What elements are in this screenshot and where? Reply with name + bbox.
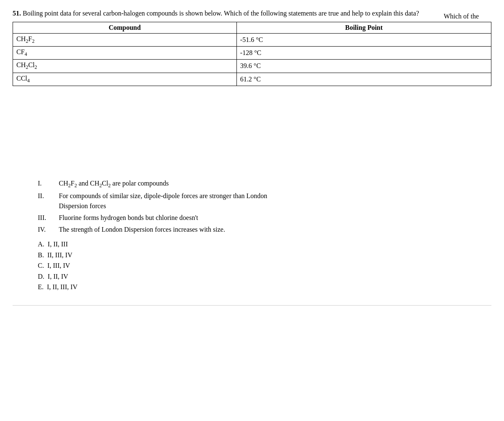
answer-section: I. CH2F2 and CH2Cl2 are polar compounds … — [13, 178, 491, 293]
boiling-point-cell: -51.6 °C — [236, 34, 491, 47]
list-item: IV. The strength of London Dispersion fo… — [38, 225, 491, 235]
choice-D: D. I, II, IV — [38, 271, 491, 282]
roman-numeral-II: II. — [38, 191, 59, 211]
roman-numeral-I: I. — [38, 178, 59, 189]
roman-numeral-IV: IV. — [38, 225, 59, 235]
table-row: CH2F2 -51.6 °C — [13, 34, 491, 47]
roman-list: I. CH2F2 and CH2Cl2 are polar compounds … — [38, 178, 491, 235]
list-item: II. For compounds of similar size, dipol… — [38, 191, 491, 211]
spacer — [13, 94, 491, 178]
column-header-boiling-point: Boiling Point — [236, 22, 491, 34]
boiling-point-cell: -128 °C — [236, 47, 491, 60]
boiling-point-cell: 61.2 °C — [236, 73, 491, 86]
boiling-point-table: Compound Boiling Point CH2F2 -51.6 °C CF… — [13, 22, 491, 86]
next-question-hint: Which of the — [444, 13, 479, 20]
section-divider — [13, 305, 491, 306]
choice-B: B. II, III, IV — [38, 250, 491, 261]
roman-text-IV: The strength of London Dispersion forces… — [59, 225, 491, 235]
roman-text-I: CH2F2 and CH2Cl2 are polar compounds — [59, 178, 491, 189]
compound-cell: CH2F2 — [13, 34, 237, 47]
table-row: CCl4 61.2 °C — [13, 73, 491, 86]
compound-cell: CH2Cl2 — [13, 60, 237, 73]
question-text: 51. Boiling point data for several carbo… — [13, 8, 491, 18]
choice-C: C. I, III, IV — [38, 260, 491, 271]
roman-text-II: For compounds of similar size, dipole-di… — [59, 191, 491, 211]
choice-A: A. I, II, III — [38, 239, 491, 250]
list-item: I. CH2F2 and CH2Cl2 are polar compounds — [38, 178, 491, 189]
compound-cell: CF4 — [13, 47, 237, 60]
table-row: CH2Cl2 39.6 °C — [13, 60, 491, 73]
roman-text-III: Fluorine forms hydrogen bonds but chlori… — [59, 213, 491, 223]
table-row: CF4 -128 °C — [13, 47, 491, 60]
boiling-point-cell: 39.6 °C — [236, 60, 491, 73]
compound-cell: CCl4 — [13, 73, 237, 86]
table-header-row: Compound Boiling Point — [13, 22, 491, 34]
list-item: III. Fluorine forms hydrogen bonds but c… — [38, 213, 491, 223]
column-header-compound: Compound — [13, 22, 237, 34]
choice-E: E. I, II, III, IV — [38, 282, 491, 293]
roman-numeral-III: III. — [38, 213, 59, 223]
question-51: 51. Boiling point data for several carbo… — [13, 8, 491, 293]
question-number: 51. — [13, 10, 21, 17]
choice-list: A. I, II, III B. II, III, IV C. I, III, … — [38, 239, 491, 293]
